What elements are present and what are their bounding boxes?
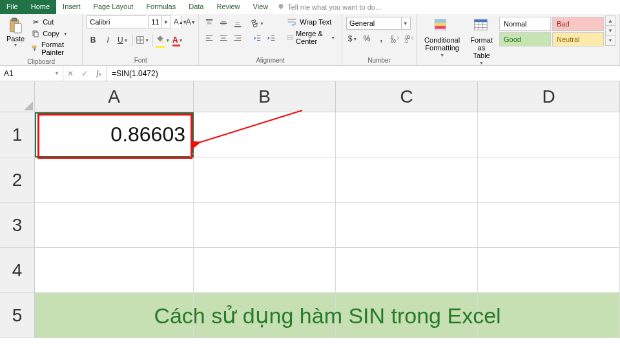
cell-B3[interactable] (194, 203, 336, 248)
font-group-label: Font (87, 56, 194, 65)
cell-B5[interactable] (194, 293, 336, 338)
style-good[interactable]: Good (499, 32, 551, 46)
cell-C3[interactable] (336, 203, 478, 248)
select-all-corner[interactable] (0, 81, 35, 112)
underline-button[interactable]: U▼ (116, 34, 129, 46)
align-right-button[interactable] (231, 32, 244, 45)
orientation-button[interactable]: ab▼ (251, 17, 264, 30)
wrap-text-label: Wrap Text (300, 18, 331, 26)
enter-formula-button[interactable]: ✓ (78, 69, 92, 78)
cell-B2[interactable] (194, 157, 336, 203)
cell-C4[interactable] (336, 248, 478, 293)
tab-home[interactable]: Home (25, 0, 56, 14)
increase-decimal-button[interactable]: .0.00 (389, 32, 402, 45)
gallery-expand[interactable]: ▾ (606, 35, 615, 45)
cell-C5[interactable] (336, 293, 478, 338)
tab-formulas[interactable]: Formulas (140, 0, 182, 14)
row-header-2[interactable]: 2 (0, 157, 35, 203)
shrink-font-button[interactable]: A▼ (185, 15, 196, 28)
chevron-down-icon: ▼ (331, 35, 335, 40)
font-name-combo[interactable]: ▼ (87, 15, 146, 28)
gallery-scroll-down[interactable]: ▼ (606, 26, 615, 35)
cell-D2[interactable] (478, 157, 620, 203)
cut-button[interactable]: ✂ Cut (30, 17, 78, 27)
row-header-1[interactable]: 1 (0, 112, 35, 157)
row-header-4[interactable]: 4 (0, 248, 35, 293)
font-size-combo[interactable]: ▼ (148, 15, 171, 28)
svg-rect-41 (435, 26, 445, 29)
align-left-button[interactable] (203, 32, 216, 45)
tab-file[interactable]: File (0, 0, 25, 14)
alignment-group-label: Alignment (203, 56, 338, 65)
cell-A5[interactable] (35, 293, 194, 338)
align-center-button[interactable] (217, 32, 230, 45)
grow-font-button[interactable]: A▲ (173, 15, 183, 28)
style-neutral[interactable]: Neutral (552, 32, 604, 46)
increase-indent-button[interactable] (265, 32, 278, 45)
tab-data[interactable]: Data (182, 0, 210, 14)
font-color-button[interactable]: A ▼ (171, 34, 184, 46)
cell-A3[interactable] (35, 203, 194, 248)
row-header-3[interactable]: 3 (0, 203, 35, 248)
brush-icon (31, 44, 39, 53)
cell-A2[interactable] (35, 157, 194, 203)
fx-button[interactable]: fx (92, 68, 106, 78)
decrease-indent-button[interactable] (251, 32, 264, 45)
cell-C2[interactable] (336, 157, 478, 203)
col-header-A[interactable]: A (35, 81, 194, 112)
align-bottom-button[interactable] (231, 17, 244, 30)
col-header-D[interactable]: D (478, 81, 620, 112)
formula-input[interactable] (107, 66, 620, 81)
name-box-input[interactable] (0, 69, 52, 78)
style-bad[interactable]: Bad (552, 17, 604, 31)
cell-A1[interactable]: 0.86603 (35, 112, 194, 157)
number-format-combo[interactable]: ▼ (346, 17, 411, 30)
copy-button[interactable]: Copy ▼ (30, 28, 78, 39)
worksheet: ABCD 12345 0.86603 Cách sử dụng hàm SIN … (0, 81, 620, 364)
cell-B1[interactable] (194, 112, 336, 157)
name-box[interactable]: ▼ (0, 66, 63, 81)
fill-color-button[interactable]: ▼ (156, 34, 169, 46)
col-header-B[interactable]: B (194, 81, 336, 112)
comma-button[interactable]: , (375, 32, 388, 45)
format-painter-button[interactable]: Format Painter (30, 40, 78, 57)
borders-button[interactable]: ▼ (136, 34, 149, 46)
chevron-down-icon[interactable]: ▼ (161, 16, 169, 28)
wrap-text-button[interactable]: Wrap Text (284, 17, 338, 27)
tab-insert[interactable]: Insert (56, 0, 87, 14)
cell-D5[interactable] (478, 293, 620, 338)
cell-D1[interactable] (478, 112, 620, 157)
conditional-formatting-button[interactable]: Conditional Formatting ▼ (420, 15, 464, 59)
chevron-down-icon[interactable]: ▼ (52, 70, 62, 76)
percent-button[interactable]: % (360, 32, 373, 45)
format-as-table-button[interactable]: Format as Table ▼ (466, 15, 497, 66)
gallery-scroll-up[interactable]: ▲ (606, 16, 615, 26)
decrease-decimal-button[interactable]: .00.0 (403, 32, 416, 45)
bold-button[interactable]: B (87, 34, 99, 46)
align-middle-button[interactable] (217, 17, 230, 30)
tab-page-layout[interactable]: Page Layout (87, 0, 140, 14)
italic-button[interactable]: I (101, 34, 114, 46)
cancel-formula-button[interactable]: ✕ (63, 69, 78, 78)
chevron-down-icon[interactable]: ▼ (401, 17, 409, 29)
style-normal[interactable]: Normal (499, 17, 551, 31)
align-top-button[interactable] (203, 17, 216, 30)
merge-center-button[interactable]: Merge & Center ▼ (284, 29, 338, 46)
group-number: ▼ $▼ % , .0.00 .00.0 Number (342, 14, 417, 65)
tell-me[interactable]: Tell me what you want to do... (277, 0, 381, 14)
paste-button[interactable]: Paste ▼ (4, 15, 27, 48)
tab-view[interactable]: View (247, 0, 275, 14)
cell-D3[interactable] (478, 203, 620, 248)
row-header-5[interactable]: 5 (0, 293, 35, 338)
svg-text:.0: .0 (404, 39, 408, 43)
font-size-input[interactable] (149, 16, 161, 28)
cell-D4[interactable] (478, 248, 620, 293)
cell-C1[interactable] (336, 112, 478, 157)
col-header-C[interactable]: C (336, 81, 478, 112)
cell-A4[interactable] (35, 248, 194, 293)
tab-review[interactable]: Review (210, 0, 246, 14)
group-styles: Conditional Formatting ▼ Format as Table… (417, 14, 620, 65)
number-format-input[interactable] (347, 17, 401, 29)
accounting-format-button[interactable]: $▼ (346, 32, 359, 45)
cell-B4[interactable] (194, 248, 336, 293)
